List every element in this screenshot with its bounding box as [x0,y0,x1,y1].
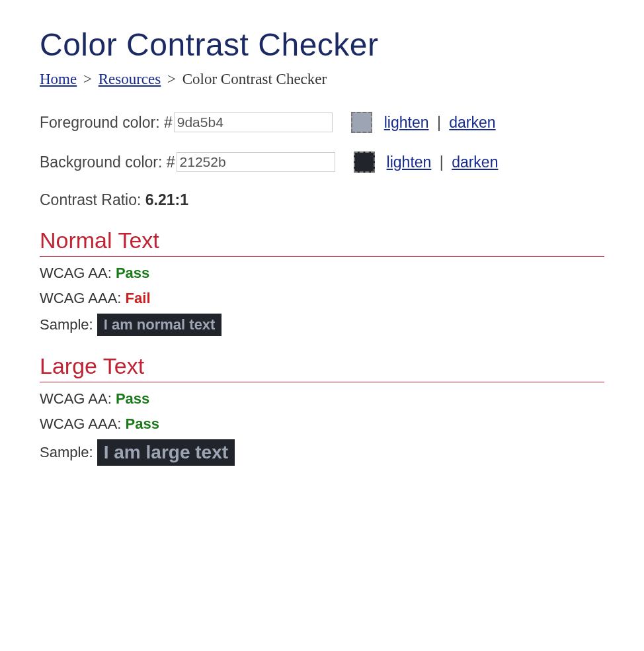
large-aaa-line: WCAG AAA: Pass [40,415,604,433]
normal-aa-result: Pass [116,265,149,281]
normal-sample-box: I am normal text [97,314,222,336]
background-input[interactable] [177,152,335,172]
contrast-ratio-value: 6.21:1 [145,191,188,208]
contrast-ratio: Contrast Ratio: 6.21:1 [40,191,604,209]
background-darken-link[interactable]: darken [452,153,498,171]
background-swatch [354,152,375,173]
large-sample-box: I am large text [97,439,235,466]
normal-aa-line: WCAG AA: Pass [40,265,604,282]
large-sample-label: Sample: [40,444,93,461]
normal-aa-label: WCAG AA: [40,265,116,281]
breadcrumb-home-link[interactable]: Home [40,71,77,87]
foreground-label: Foreground color: # [40,114,173,132]
breadcrumb-separator: > [167,71,176,87]
contrast-ratio-label: Contrast Ratio: [40,191,145,208]
link-divider: | [437,114,441,131]
large-aaa-result: Pass [126,415,159,432]
large-text-heading: Large Text [40,353,604,382]
foreground-input[interactable] [174,112,333,132]
background-row: Background color: # lighten | darken [40,152,604,173]
normal-sample-label: Sample: [40,316,93,333]
normal-aaa-label: WCAG AAA: [40,290,126,306]
breadcrumb-separator: > [83,71,92,87]
background-label: Background color: # [40,153,175,171]
normal-text-heading: Normal Text [40,228,604,257]
large-sample-line: Sample: I am large text [40,439,604,466]
breadcrumb: Home > Resources > Color Contrast Checke… [40,71,604,88]
page-title: Color Contrast Checker [40,26,604,63]
background-lighten-link[interactable]: lighten [387,153,432,171]
foreground-swatch [351,112,372,133]
large-aa-result: Pass [116,390,149,407]
foreground-darken-link[interactable]: darken [449,114,495,131]
foreground-lighten-link[interactable]: lighten [384,114,429,131]
breadcrumb-resources-link[interactable]: Resources [99,71,161,87]
normal-aaa-line: WCAG AAA: Fail [40,290,604,307]
breadcrumb-current: Color Contrast Checker [182,71,327,87]
large-aa-line: WCAG AA: Pass [40,390,604,408]
large-aa-label: WCAG AA: [40,390,116,407]
normal-aaa-result: Fail [126,290,151,306]
normal-sample-line: Sample: I am normal text [40,314,604,336]
foreground-row: Foreground color: # lighten | darken [40,112,604,133]
link-divider: | [440,153,444,171]
large-aaa-label: WCAG AAA: [40,415,126,432]
